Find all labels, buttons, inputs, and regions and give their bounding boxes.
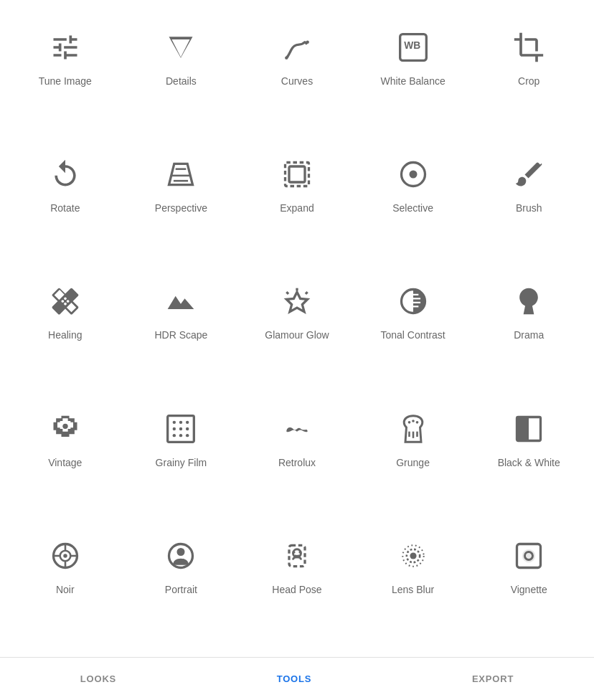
tool-selective[interactable]: Selective <box>355 141 471 268</box>
vignette-icon <box>512 539 546 573</box>
tune-image-label: Tune Image <box>39 75 92 88</box>
tool-expand[interactable]: Expand <box>239 141 355 268</box>
hdr-scape-icon <box>164 284 198 318</box>
grunge-icon <box>396 412 430 446</box>
tool-grunge[interactable]: Grunge <box>355 396 471 523</box>
svg-point-27 <box>173 427 176 430</box>
retrolux-label: Retrolux <box>278 456 316 469</box>
svg-point-25 <box>179 420 182 423</box>
curves-icon <box>280 30 314 65</box>
black-white-label: Black & White <box>498 456 560 469</box>
grainy-film-icon <box>164 412 198 446</box>
glamour-glow-icon <box>280 284 314 318</box>
tool-tonal-contrast[interactable]: Tonal Contrast <box>355 268 471 395</box>
tool-glamour-glow[interactable]: Glamour Glow <box>239 268 355 395</box>
svg-point-29 <box>186 427 189 430</box>
tool-healing[interactable]: Healing <box>7 268 123 395</box>
svg-point-30 <box>173 434 176 437</box>
tool-rotate[interactable]: Rotate <box>7 141 123 268</box>
svg-point-24 <box>173 420 176 423</box>
vintage-icon <box>48 412 82 446</box>
hdr-scape-label: HDR Scape <box>154 328 207 341</box>
expand-label: Expand <box>280 202 314 214</box>
svg-point-26 <box>186 420 189 423</box>
rotate-icon <box>48 157 82 191</box>
crop-label: Crop <box>518 75 539 88</box>
tonal-contrast-icon <box>396 284 430 318</box>
grainy-film-label: Grainy Film <box>156 456 207 469</box>
white-balance-icon: WB <box>396 30 430 65</box>
selective-icon <box>396 157 430 191</box>
selective-label: Selective <box>392 202 433 214</box>
svg-point-11 <box>409 171 417 179</box>
tool-head-pose[interactable]: Head Pose <box>239 523 355 650</box>
brush-icon <box>512 157 546 191</box>
svg-point-48 <box>177 548 185 556</box>
healing-icon <box>48 284 82 318</box>
tool-lens-blur[interactable]: Lens Blur <box>355 523 471 650</box>
tool-noir[interactable]: Noir <box>7 523 123 650</box>
black-white-icon <box>512 412 546 446</box>
tonal-contrast-label: Tonal Contrast <box>380 328 445 341</box>
tool-vintage[interactable]: Vintage <box>7 396 123 523</box>
tool-crop[interactable]: Crop <box>471 14 587 141</box>
svg-point-53 <box>410 552 416 559</box>
svg-point-0 <box>285 56 288 59</box>
vignette-label: Vignette <box>511 583 547 596</box>
svg-rect-9 <box>289 166 305 182</box>
svg-point-36 <box>407 421 410 424</box>
svg-point-1 <box>306 40 308 43</box>
bottom-nav: LOOKS TOOLS EXPORT <box>0 657 594 700</box>
svg-point-38 <box>415 421 418 424</box>
curves-label: Curves <box>281 75 313 88</box>
drama-icon <box>512 284 546 318</box>
perspective-icon <box>164 157 198 191</box>
crop-icon <box>512 30 546 65</box>
tool-white-balance[interactable]: WB White Balance <box>355 14 471 141</box>
glamour-glow-label: Glamour Glow <box>265 328 329 341</box>
svg-point-37 <box>412 420 415 422</box>
head-pose-icon <box>280 539 314 573</box>
drama-label: Drama <box>514 328 544 341</box>
tool-retrolux[interactable]: Retrolux <box>239 396 355 523</box>
svg-text:WB: WB <box>404 40 420 51</box>
tools-grid: Tune Image Details Curves WB White Balan… <box>0 0 594 657</box>
details-label: Details <box>166 75 197 88</box>
svg-point-32 <box>186 434 189 437</box>
retrolux-icon <box>280 412 314 446</box>
head-pose-label: Head Pose <box>272 583 321 596</box>
grunge-label: Grunge <box>396 456 430 469</box>
perspective-label: Perspective <box>155 202 207 214</box>
tool-drama[interactable]: Drama <box>471 268 587 395</box>
nav-looks[interactable]: LOOKS <box>59 673 138 684</box>
tool-brush[interactable]: Brush <box>471 141 587 268</box>
tool-tune-image[interactable]: Tune Image <box>7 14 123 141</box>
noir-icon <box>48 539 82 573</box>
nav-tools[interactable]: TOOLS <box>255 673 334 684</box>
tune-image-icon <box>48 30 82 65</box>
svg-point-42 <box>63 554 67 558</box>
white-balance-label: White Balance <box>380 75 445 88</box>
details-icon <box>164 30 198 65</box>
tool-vignette[interactable]: Vignette <box>471 523 587 650</box>
nav-export[interactable]: EXPORT <box>451 673 535 684</box>
tool-details[interactable]: Details <box>123 14 240 141</box>
healing-label: Healing <box>48 328 82 341</box>
brush-label: Brush <box>516 202 542 214</box>
svg-point-31 <box>179 434 182 437</box>
svg-point-28 <box>179 427 182 430</box>
portrait-label: Portrait <box>165 583 197 596</box>
svg-point-22 <box>62 423 67 428</box>
tool-curves[interactable]: Curves <box>239 14 355 141</box>
tool-perspective[interactable]: Perspective <box>123 141 240 268</box>
noir-label: Noir <box>56 583 75 596</box>
svg-line-15 <box>306 293 308 295</box>
tool-portrait[interactable]: Portrait <box>123 523 240 650</box>
tool-grainy-film[interactable]: Grainy Film <box>123 396 240 523</box>
lens-blur-label: Lens Blur <box>392 583 434 596</box>
tool-black-white[interactable]: Black & White <box>471 396 587 523</box>
tool-hdr-scape[interactable]: HDR Scape <box>123 268 240 395</box>
svg-marker-13 <box>286 293 307 313</box>
lens-blur-icon <box>396 539 430 573</box>
expand-icon <box>280 157 314 191</box>
